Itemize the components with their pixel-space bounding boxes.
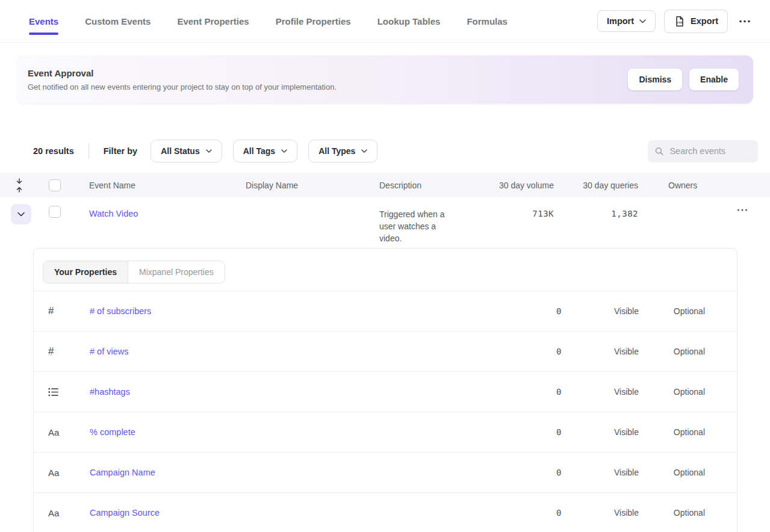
property-visibility: Visible: [562, 387, 639, 397]
property-requirement: Optional: [639, 468, 705, 477]
status-filter-dropdown[interactable]: All Status: [151, 140, 222, 162]
text-type-icon: Aa: [34, 468, 90, 478]
properties-tabs-header: Your Properties Mixpanel Properties: [34, 249, 737, 291]
filter-by-label: Filter by: [104, 146, 137, 156]
filter-toolbar: 20 results Filter by All Status All Tags…: [0, 140, 770, 162]
text-type-icon: Aa: [34, 508, 90, 518]
column-header-event-name: Event Name: [72, 181, 229, 190]
more-options-button[interactable]: [736, 16, 753, 26]
event-queries: 1,382: [554, 197, 638, 218]
property-volume: 0: [501, 427, 562, 437]
nav-tabs: Events Custom Events Event Properties Pr…: [29, 0, 508, 42]
column-header-volume: 30 day volume: [476, 181, 554, 190]
tab-event-properties[interactable]: Event Properties: [177, 0, 249, 42]
property-volume: 0: [501, 387, 562, 397]
collapse-all-icon[interactable]: [15, 178, 23, 193]
tab-events[interactable]: Events: [29, 0, 58, 42]
tab-your-properties[interactable]: Your Properties: [43, 261, 128, 283]
events-table-header: Event Name Display Name Description 30 d…: [0, 173, 770, 197]
chevron-down-icon: [17, 212, 25, 217]
types-filter-label: All Types: [318, 146, 355, 156]
import-button-label: Import: [607, 16, 634, 26]
property-row[interactable]: # # of subscribers 0 Visible Optional: [34, 291, 737, 332]
search-events-box[interactable]: [648, 140, 758, 162]
property-row[interactable]: Aa Campaign Name 0 Visible Optional: [34, 453, 737, 493]
ellipsis-icon: [737, 209, 748, 211]
number-type-icon: #: [34, 305, 90, 317]
search-icon: [655, 146, 663, 156]
search-input[interactable]: [669, 146, 751, 156]
list-type-icon: [34, 388, 90, 397]
number-type-icon: #: [34, 345, 90, 357]
export-button[interactable]: csv Export: [664, 10, 728, 33]
property-visibility: Visible: [562, 468, 639, 477]
tab-profile-properties[interactable]: Profile Properties: [276, 0, 351, 42]
types-filter-dropdown[interactable]: All Types: [308, 140, 377, 162]
banner-actions: Dismiss Enable: [628, 69, 739, 90]
property-requirement: Optional: [639, 427, 705, 437]
tags-filter-dropdown[interactable]: All Tags: [233, 140, 297, 162]
column-header-owners: Owners: [638, 181, 734, 190]
property-volume: 0: [501, 508, 562, 518]
property-requirement: Optional: [639, 387, 705, 397]
status-filter-label: All Status: [161, 146, 200, 156]
row-checkbox[interactable]: [49, 206, 61, 218]
tab-formulas[interactable]: Formulas: [467, 0, 508, 42]
property-volume: 0: [501, 347, 562, 356]
banner-text: Event Approval Get notified on all new e…: [28, 68, 337, 91]
results-count: 20 results: [33, 146, 74, 156]
import-button[interactable]: Import: [597, 10, 656, 32]
property-row[interactable]: Aa % complete 0 Visible Optional: [34, 412, 737, 453]
select-all-checkbox[interactable]: [49, 179, 61, 191]
event-volume: 713K: [476, 197, 554, 218]
property-name-link[interactable]: Campaign Name: [90, 468, 501, 477]
export-button-label: Export: [691, 16, 718, 26]
chevron-down-icon: [639, 19, 646, 23]
event-name-link[interactable]: Watch Video: [72, 197, 138, 218]
property-requirement: Optional: [639, 508, 705, 518]
property-name-link[interactable]: # of subscribers: [90, 306, 501, 316]
property-volume: 0: [501, 306, 562, 316]
property-requirement: Optional: [639, 306, 705, 316]
column-header-description: Description: [367, 181, 476, 190]
svg-text:csv: csv: [677, 20, 683, 24]
csv-file-icon: csv: [674, 16, 685, 27]
property-name-link[interactable]: % complete: [90, 427, 501, 437]
event-properties-panel: Your Properties Mixpanel Properties # # …: [33, 248, 737, 532]
divider: [88, 143, 89, 159]
property-row[interactable]: #hashtags 0 Visible Optional: [34, 372, 737, 412]
tags-filter-label: All Tags: [243, 146, 275, 156]
properties-tab-group: Your Properties Mixpanel Properties: [43, 261, 225, 283]
property-visibility: Visible: [562, 508, 639, 518]
tab-mixpanel-properties[interactable]: Mixpanel Properties: [128, 261, 225, 283]
property-visibility: Visible: [562, 427, 639, 437]
column-header-display-name: Display Name: [229, 181, 367, 190]
event-row-watch-video[interactable]: Watch Video Triggered when a user watche…: [0, 197, 770, 248]
property-row[interactable]: Aa Campaign Source 0 Visible Optional: [34, 493, 737, 532]
property-volume: 0: [501, 468, 562, 477]
top-navbar: Events Custom Events Event Properties Pr…: [0, 0, 770, 43]
banner-description: Get notified on all new events entering …: [28, 82, 337, 91]
ellipsis-icon: [739, 20, 751, 23]
collapse-row-button[interactable]: [11, 204, 31, 224]
property-visibility: Visible: [562, 347, 639, 356]
nav-actions: Import csv Export: [597, 10, 753, 33]
column-header-queries: 30 day queries: [554, 181, 638, 190]
property-row[interactable]: # # of views 0 Visible Optional: [34, 332, 737, 372]
property-name-link[interactable]: #hashtags: [90, 387, 501, 397]
chevron-down-icon: [206, 149, 212, 153]
property-visibility: Visible: [562, 306, 639, 316]
event-approval-banner: Event Approval Get notified on all new e…: [17, 55, 753, 104]
banner-title: Event Approval: [28, 68, 337, 78]
tab-lookup-tables[interactable]: Lookup Tables: [377, 0, 441, 42]
text-type-icon: Aa: [34, 427, 90, 438]
enable-button[interactable]: Enable: [689, 69, 739, 90]
dismiss-button[interactable]: Dismiss: [628, 69, 682, 90]
property-name-link[interactable]: # of views: [90, 347, 501, 356]
property-requirement: Optional: [639, 347, 705, 356]
property-name-link[interactable]: Campaign Source: [90, 508, 501, 518]
tab-custom-events[interactable]: Custom Events: [85, 0, 151, 42]
chevron-down-icon: [361, 149, 367, 153]
chevron-down-icon: [281, 149, 287, 153]
row-more-options-button[interactable]: [734, 205, 750, 215]
